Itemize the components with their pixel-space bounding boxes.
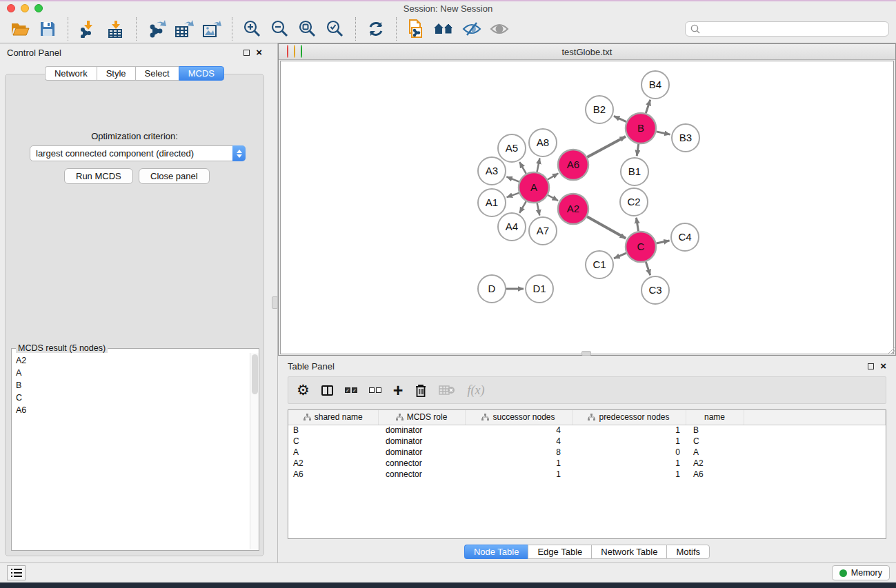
close-panel-button[interactable]: Close panel	[139, 168, 210, 184]
select-all-columns-button[interactable]: ✓✓	[345, 380, 357, 401]
apply-function-button[interactable]: f(x)	[467, 380, 484, 401]
node-A[interactable]: A	[519, 172, 549, 203]
import-network-button[interactable]	[74, 17, 102, 41]
node-C2[interactable]: C2	[620, 188, 648, 216]
tab-mcds[interactable]: MCDS	[179, 66, 224, 81]
table-row[interactable]: Adominator80A	[288, 447, 886, 458]
column-header-name[interactable]: name	[686, 410, 744, 425]
edge-A-A8[interactable]	[537, 159, 540, 172]
column-header-shared-name[interactable]: shared name	[288, 410, 378, 425]
zoom-out-button[interactable]	[266, 17, 294, 41]
node-A4[interactable]: A4	[498, 213, 526, 241]
node-B[interactable]: B	[626, 113, 656, 143]
edge-A6-B[interactable]	[587, 136, 626, 157]
column-header-predecessor-nodes[interactable]: predecessor nodes	[572, 410, 686, 425]
show-column-button[interactable]	[321, 380, 333, 401]
node-C1[interactable]: C1	[586, 251, 613, 278]
export-table-button[interactable]	[170, 17, 198, 41]
edge-A-A1[interactable]	[507, 193, 519, 197]
delete-columns-button[interactable]	[415, 380, 427, 401]
hide-graphics-details-button[interactable]	[458, 17, 486, 41]
tab-edge-table[interactable]: Edge Table	[528, 545, 591, 559]
scrollbar-thumb[interactable]	[252, 354, 258, 394]
tab-style[interactable]: Style	[97, 66, 135, 81]
vertical-splitter-grip[interactable]	[272, 296, 278, 309]
show-graphics-details-button[interactable]	[486, 17, 513, 41]
edge-A-A3[interactable]	[506, 176, 519, 181]
node-A5[interactable]: A5	[498, 134, 526, 162]
tab-network-table[interactable]: Network Table	[591, 545, 666, 559]
zoom-fit-button[interactable]	[294, 17, 321, 41]
table-row[interactable]: Bdominator41B	[288, 425, 886, 436]
column-header-successor-nodes[interactable]: successor nodes	[465, 410, 572, 425]
column-header-MCDS-role[interactable]: MCDS role	[378, 410, 465, 425]
tab-node-table[interactable]: Node Table	[464, 545, 528, 559]
node-D1[interactable]: D1	[526, 275, 553, 303]
edge-A-A2[interactable]	[548, 195, 558, 201]
save-session-button[interactable]	[34, 17, 61, 41]
import-table-button[interactable]	[102, 17, 130, 41]
mcds-result-item[interactable]: B	[12, 379, 249, 392]
edge-B-B1[interactable]	[637, 144, 638, 156]
unselect-all-columns-button[interactable]	[369, 380, 381, 401]
float-panel-icon[interactable]	[243, 50, 250, 56]
node-C4[interactable]: C4	[671, 223, 699, 251]
criterion-dropdown[interactable]: largest connected component (directed)	[30, 145, 246, 161]
search-field[interactable]	[685, 21, 889, 37]
task-history-button[interactable]	[7, 565, 26, 580]
table-row[interactable]: A2connector11A2	[288, 458, 886, 469]
node-A3[interactable]: A3	[478, 157, 506, 185]
node-A6[interactable]: A6	[558, 150, 588, 180]
horizontal-splitter-grip[interactable]	[581, 351, 591, 356]
edge-A2-C[interactable]	[587, 216, 626, 239]
close-panel-icon[interactable]: ×	[256, 49, 262, 56]
network-graph[interactable]: AA1A2A3A4A5A6A7A8BB1B2B3B4CC1C2C3C4DD1	[281, 61, 893, 354]
network-overview-button[interactable]	[430, 17, 458, 41]
edge-C-C4[interactable]	[656, 241, 669, 243]
search-input[interactable]	[701, 24, 888, 34]
edge-A-A4[interactable]	[519, 201, 526, 213]
mcds-result-item[interactable]: A6	[12, 404, 249, 416]
mcds-result-item[interactable]: A2	[12, 354, 249, 367]
run-mcds-button[interactable]: Run MCDS	[64, 168, 133, 184]
memory-button[interactable]: Memory	[832, 565, 890, 580]
mcds-list-scrollbar[interactable]	[250, 353, 259, 549]
node-B4[interactable]: B4	[641, 71, 669, 99]
node-table[interactable]: shared nameMCDS rolesuccessor nodesprede…	[288, 409, 886, 539]
export-network-button[interactable]	[143, 17, 170, 41]
edge-A-A6[interactable]	[548, 174, 558, 180]
node-C3[interactable]: C3	[641, 276, 669, 304]
table-row[interactable]: Cdominator41C	[288, 436, 886, 447]
apply-layout-button[interactable]	[362, 17, 390, 41]
close-panel-icon[interactable]: ×	[880, 363, 886, 369]
node-B2[interactable]: B2	[586, 96, 613, 123]
table-options-button[interactable]: ⚙	[297, 380, 310, 401]
float-panel-icon[interactable]	[868, 363, 874, 369]
delete-table-button[interactable]	[439, 380, 455, 401]
node-A1[interactable]: A1	[478, 189, 506, 216]
node-B1[interactable]: B1	[621, 158, 648, 185]
node-A8[interactable]: A8	[529, 129, 557, 156]
create-column-button[interactable]: +	[393, 380, 404, 401]
edge-C-C3[interactable]	[646, 262, 650, 275]
network-canvas[interactable]: AA1A2A3A4A5A6A7A8BB1B2B3B4CC1C2C3C4DD1	[280, 61, 894, 354]
zoom-in-button[interactable]	[239, 17, 266, 41]
edge-A-A7[interactable]	[537, 203, 540, 216]
edge-B-B4[interactable]	[646, 100, 650, 113]
node-C[interactable]: C	[626, 232, 656, 262]
node-A7[interactable]: A7	[529, 217, 557, 245]
mcds-result-list[interactable]: A2ABCA6	[12, 354, 249, 549]
tab-network[interactable]: Network	[45, 66, 97, 81]
network-window-titlebar[interactable]: testGlobe.txt	[279, 44, 895, 60]
edge-A-A5[interactable]	[519, 162, 526, 174]
tab-select[interactable]: Select	[135, 66, 179, 81]
table-row[interactable]: A6connector11A6	[288, 469, 886, 480]
mcds-result-item[interactable]: A	[12, 367, 249, 379]
zoom-selected-button[interactable]	[321, 17, 349, 41]
edge-B-B2[interactable]	[614, 116, 626, 121]
mcds-result-item[interactable]: C	[12, 392, 249, 404]
open-file-button[interactable]	[6, 17, 34, 41]
node-A2[interactable]: A2	[558, 194, 588, 224]
edge-C-C2[interactable]	[636, 218, 638, 232]
titlebar[interactable]: Session: New Session	[0, 1, 896, 15]
